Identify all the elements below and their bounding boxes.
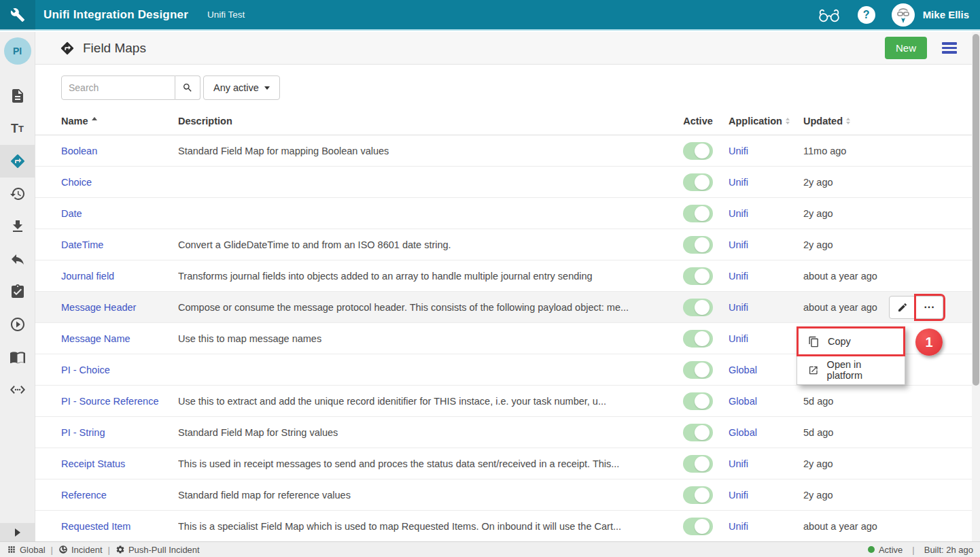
glasses-icon[interactable] bbox=[817, 7, 841, 23]
field-map-name-link[interactable]: Boolean bbox=[61, 146, 178, 156]
active-toggle[interactable] bbox=[683, 173, 713, 191]
vertical-scrollbar[interactable] bbox=[972, 32, 980, 541]
application-link[interactable]: Unifi bbox=[729, 302, 803, 313]
toggle-knob bbox=[695, 331, 710, 346]
user-avatar[interactable] bbox=[892, 3, 915, 27]
user-name[interactable]: Mike Ellis bbox=[923, 9, 969, 20]
field-map-name-link[interactable]: Receipt Status bbox=[61, 458, 178, 469]
statusbar-item-push-pull-incident[interactable]: Push-Pull Incident bbox=[116, 545, 200, 555]
statusbar-item-global[interactable]: Global bbox=[7, 545, 46, 555]
sidebar-collapse-button[interactable] bbox=[0, 523, 35, 541]
active-toggle[interactable] bbox=[683, 424, 713, 441]
table-row: Choice Unifi 2y ago bbox=[35, 167, 972, 198]
table-row: Receipt Status This is used in receipt m… bbox=[35, 448, 972, 479]
new-button[interactable]: New bbox=[885, 37, 927, 59]
active-toggle[interactable] bbox=[683, 299, 713, 316]
history-icon bbox=[10, 186, 26, 202]
field-map-name-link[interactable]: PI - Source Reference bbox=[61, 396, 178, 407]
active-toggle[interactable] bbox=[683, 236, 713, 254]
updated-text: 2y ago bbox=[803, 490, 932, 501]
page-title: Field Maps bbox=[83, 41, 146, 56]
table-row: Reference Standard field map for referen… bbox=[35, 479, 972, 511]
code-icon bbox=[10, 382, 26, 398]
table-header: Name Description Active Application Upda… bbox=[35, 107, 972, 135]
field-map-name-link[interactable]: PI - String bbox=[61, 427, 178, 438]
context-menu-item-copy[interactable]: Copy bbox=[797, 327, 905, 356]
sidebar-item-run[interactable] bbox=[0, 308, 35, 341]
field-map-description: Standard field map for reference values bbox=[178, 490, 667, 501]
application-link[interactable]: Unifi bbox=[729, 521, 803, 532]
toggle-knob bbox=[695, 456, 710, 471]
active-filter-dropdown[interactable]: Any active bbox=[203, 75, 280, 100]
field-map-name-link[interactable]: Choice bbox=[61, 177, 178, 188]
sidebar-item-code[interactable] bbox=[0, 373, 35, 406]
application-link[interactable]: Global bbox=[729, 365, 803, 375]
active-toggle[interactable] bbox=[683, 361, 713, 379]
active-toggle[interactable] bbox=[683, 330, 713, 348]
sidebar-item-tasks[interactable] bbox=[0, 275, 35, 308]
field-maps-icon bbox=[60, 41, 75, 56]
field-map-name-link[interactable]: PI - Choice bbox=[61, 365, 178, 375]
sidebar-avatar-pi[interactable]: PI bbox=[4, 37, 31, 65]
application-link[interactable]: Global bbox=[729, 396, 803, 407]
scrollbar-thumb[interactable] bbox=[973, 34, 979, 386]
sidebar-item-text[interactable]: TT bbox=[0, 112, 35, 145]
updated-text: 5d ago bbox=[803, 396, 932, 407]
application-link[interactable]: Unifi bbox=[729, 208, 803, 219]
sidebar-item-documentation[interactable] bbox=[0, 341, 35, 373]
application-link[interactable]: Unifi bbox=[729, 333, 803, 344]
active-toggle[interactable] bbox=[683, 205, 713, 222]
table-row: Boolean Standard Field Map for mapping B… bbox=[35, 135, 972, 167]
active-toggle[interactable] bbox=[683, 455, 713, 473]
field-map-description: This is a specialist Field Map which is … bbox=[178, 521, 667, 532]
field-map-description: Use this to map message names bbox=[178, 333, 667, 344]
active-toggle[interactable] bbox=[683, 486, 713, 504]
application-link[interactable]: Unifi bbox=[729, 490, 803, 501]
active-status-text: Active bbox=[879, 545, 903, 555]
application-link[interactable]: Global bbox=[729, 427, 803, 438]
app-title: Unifi Integration Designer bbox=[43, 8, 188, 22]
annotation-badge-1: 1 bbox=[915, 328, 943, 356]
application-link[interactable]: Unifi bbox=[729, 146, 803, 156]
sidebar-item-field-maps[interactable] bbox=[0, 145, 35, 178]
help-icon[interactable]: ? bbox=[858, 6, 875, 24]
active-toggle[interactable] bbox=[683, 267, 713, 285]
search-button[interactable] bbox=[175, 75, 200, 100]
more-actions-button[interactable]: ··· bbox=[916, 296, 943, 319]
sidebar: PI TT bbox=[0, 32, 35, 541]
field-map-name-link[interactable]: Requested Item bbox=[61, 521, 178, 532]
column-header-updated[interactable]: Updated bbox=[803, 116, 932, 126]
statusbar-item-incident[interactable]: Incident bbox=[58, 545, 103, 555]
sidebar-item-history[interactable] bbox=[0, 178, 35, 210]
field-map-name-link[interactable]: Date bbox=[61, 208, 178, 219]
field-map-name-link[interactable]: Message Name bbox=[61, 333, 178, 344]
application-link[interactable]: Unifi bbox=[729, 177, 803, 188]
active-toggle[interactable] bbox=[683, 392, 713, 410]
edit-button[interactable] bbox=[889, 296, 916, 319]
tasks-icon bbox=[10, 284, 26, 300]
application-link[interactable]: Unifi bbox=[729, 271, 803, 282]
field-map-name-link[interactable]: DateTime bbox=[61, 239, 178, 250]
search-input[interactable] bbox=[61, 75, 175, 100]
sidebar-item-documents[interactable] bbox=[0, 80, 35, 112]
column-header-name[interactable]: Name bbox=[61, 116, 178, 126]
updated-text: 11mo ago bbox=[803, 146, 932, 156]
sidebar-item-download[interactable] bbox=[0, 210, 35, 243]
application-link[interactable]: Unifi bbox=[729, 458, 803, 469]
updated-text: 5d ago bbox=[803, 427, 932, 438]
table-row: Requested Item This is a specialist Fiel… bbox=[35, 511, 972, 542]
application-link[interactable]: Unifi bbox=[729, 239, 803, 250]
active-toggle[interactable] bbox=[683, 142, 713, 160]
external-link-icon bbox=[808, 365, 819, 376]
field-map-name-link[interactable]: Journal field bbox=[61, 271, 178, 282]
wrench-icon bbox=[10, 7, 25, 22]
copy-icon bbox=[808, 336, 820, 348]
toggle-knob bbox=[695, 175, 710, 190]
field-map-name-link[interactable]: Message Header bbox=[61, 302, 178, 313]
active-toggle[interactable] bbox=[683, 518, 713, 535]
column-header-application[interactable]: Application bbox=[729, 116, 803, 126]
menu-icon[interactable] bbox=[942, 42, 957, 54]
sidebar-item-reply[interactable] bbox=[0, 243, 35, 275]
field-map-name-link[interactable]: Reference bbox=[61, 490, 178, 501]
context-menu-item-open-in-platform[interactable]: Open in platform bbox=[797, 356, 905, 384]
